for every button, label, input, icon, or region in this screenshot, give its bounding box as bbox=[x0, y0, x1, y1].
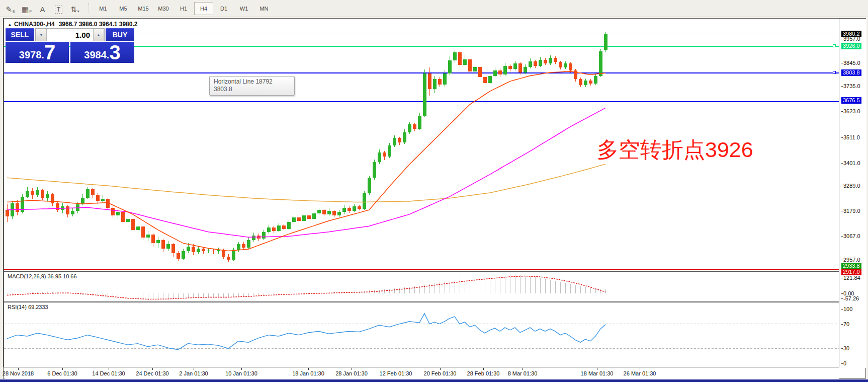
macd-signal-line bbox=[7, 276, 605, 299]
object-tooltip: Horizontal Line 18792 3803.8 bbox=[209, 76, 295, 96]
tooltip-line1: Horizontal Line 18792 bbox=[214, 78, 290, 86]
toolbar: ✎E▦FAT⇅▾ M1M5M15M30H1H4D1W1MN bbox=[0, 0, 868, 17]
tooltip-line2: 3803.8 bbox=[214, 86, 290, 93]
up-arrow-icon: ▲ bbox=[97, 33, 101, 37]
price-tick-3623.0: 3623.0 bbox=[843, 108, 860, 115]
draw-indicator-tool-icon[interactable]: ✎E bbox=[3, 2, 18, 15]
macd-pane[interactable] bbox=[4, 271, 839, 302]
price-tick-121.84: 121.84 bbox=[843, 275, 860, 281]
time-label: 2 Jan 01:30 bbox=[179, 370, 208, 376]
time-label: 28 Nov 2018 bbox=[3, 370, 34, 376]
buy-button[interactable]: BUY bbox=[106, 28, 134, 41]
time-tick bbox=[483, 368, 484, 370]
chart-window: ▲CHINA300-,H43966.7 3986.0 3964.1 3980.2… bbox=[3, 18, 866, 378]
sell-button[interactable]: SELL bbox=[6, 28, 34, 41]
macd-chart[interactable] bbox=[4, 272, 839, 301]
price-tick-0: 0 bbox=[843, 360, 846, 367]
time-tick bbox=[396, 368, 396, 370]
time-label: 24 Dec 01:30 bbox=[136, 370, 168, 376]
price-tick-3735.0: 3735.0 bbox=[843, 83, 860, 90]
time-label: 20 Feb 01:30 bbox=[424, 370, 457, 376]
collapse-triangle-icon[interactable]: ▲ bbox=[8, 22, 12, 27]
price-tick-30: 30 bbox=[843, 345, 849, 352]
timeframe-button-mn[interactable]: MN bbox=[254, 2, 274, 15]
moving-averages-layer bbox=[7, 71, 605, 251]
time-tick bbox=[640, 368, 640, 370]
price-tick--57.26: -57.26 bbox=[843, 295, 859, 302]
text-label-tool-icon[interactable]: A bbox=[35, 2, 50, 15]
candles-layer bbox=[6, 32, 607, 261]
rsi-label: RSI(14) 69.2333 bbox=[8, 304, 48, 310]
time-label: 28 Feb 01:30 bbox=[467, 370, 500, 376]
time-tick bbox=[308, 368, 309, 370]
volume-increase-button[interactable]: ▲ bbox=[93, 29, 104, 41]
price-tick-3511.0: 3511.0 bbox=[843, 134, 860, 141]
toolbar-separator bbox=[89, 3, 90, 14]
time-tick bbox=[440, 368, 441, 370]
sell-price-int: 3978. bbox=[19, 49, 44, 63]
time-tick bbox=[18, 368, 19, 370]
price-tick-3676.5: 3676.5 bbox=[841, 97, 861, 104]
time-label: 14 Dec 01:30 bbox=[92, 370, 125, 376]
time-tick bbox=[352, 368, 352, 370]
macd-histogram-layer bbox=[8, 275, 606, 300]
down-arrow-icon: ▼ bbox=[39, 33, 43, 37]
sell-price-display[interactable]: 3978.7 bbox=[6, 42, 69, 63]
sell-price-frac: 7 bbox=[44, 42, 55, 63]
price-tick-70: 70 bbox=[843, 321, 849, 328]
rsi-line bbox=[7, 314, 605, 350]
buy-price-int: 3984. bbox=[84, 49, 109, 63]
price-tick-3067.0: 3067.0 bbox=[843, 233, 860, 240]
time-axis[interactable]: 28 Nov 20186 Dec 01:3014 Dec 01:3024 Dec… bbox=[5, 368, 839, 379]
text-box-tool-icon[interactable]: T bbox=[51, 2, 66, 15]
price-tick-3926.0: 3926.0 bbox=[841, 43, 861, 49]
symbol-period-label: CHINA300-,H4 bbox=[14, 21, 55, 28]
volume-decrease-button[interactable]: ▼ bbox=[36, 29, 47, 41]
timeframe-button-m5[interactable]: M5 bbox=[114, 2, 133, 15]
time-tick bbox=[597, 368, 597, 370]
price-tick-100: 100 bbox=[843, 306, 852, 313]
time-tick bbox=[194, 368, 194, 370]
timeframe-button-d1[interactable]: D1 bbox=[214, 2, 233, 15]
timeframe-button-m15[interactable]: M15 bbox=[134, 2, 153, 15]
price-tick-3289.0: 3289.0 bbox=[843, 183, 860, 189]
one-click-trade-panel: SELL ▼ 1.00 ▲ BUY 3978.7 3984.3 bbox=[6, 28, 134, 63]
volume-spinner: ▼ 1.00 ▲ bbox=[35, 28, 105, 41]
time-tick bbox=[523, 368, 523, 370]
time-label: 8 Mar 01:30 bbox=[508, 370, 538, 376]
time-label: 18 Jan 01:30 bbox=[292, 370, 324, 376]
timeframe-button-h4[interactable]: H4 bbox=[194, 2, 213, 15]
arrange-objects-tool-icon[interactable]: ⇅▾ bbox=[67, 2, 82, 15]
chart-annotation-text: 多空转折点3926 bbox=[597, 135, 753, 165]
buy-price-frac: 3 bbox=[109, 42, 120, 63]
drawing-tool-group: ✎E▦FAT⇅▾ bbox=[3, 2, 83, 15]
grid-tool-icon[interactable]: ▦F bbox=[19, 2, 34, 15]
chart-title: ▲CHINA300-,H43966.7 3986.0 3964.1 3980.2 bbox=[8, 21, 137, 28]
window-bottom-edge bbox=[0, 379, 868, 382]
timeframe-button-group: M1M5M15M30H1H4D1W1MN bbox=[94, 2, 275, 15]
price-tick-3803.8: 3803.8 bbox=[841, 69, 861, 76]
rsi-chart[interactable] bbox=[4, 302, 839, 367]
rsi-pane[interactable] bbox=[4, 302, 839, 367]
time-label: 6 Dec 01:30 bbox=[47, 370, 77, 376]
price-tick-3179.0: 3179.0 bbox=[843, 208, 860, 214]
time-label: 10 Jan 01:30 bbox=[225, 370, 257, 376]
timeframe-button-m1[interactable]: M1 bbox=[94, 2, 113, 15]
price-tick-3845.0: 3845.0 bbox=[843, 60, 860, 66]
time-tick bbox=[109, 368, 109, 370]
time-label: 28 Jan 01:30 bbox=[335, 370, 368, 376]
price-tick-3401.0: 3401.0 bbox=[843, 160, 860, 167]
ohlc-values: 3966.7 3986.0 3964.1 3980.2 bbox=[59, 21, 138, 28]
timeframe-button-w1[interactable]: W1 bbox=[234, 2, 253, 15]
volume-input[interactable]: 1.00 bbox=[47, 29, 93, 41]
price-axis[interactable]: 3980.23957.03926.03845.03803.83735.03676… bbox=[840, 19, 866, 368]
time-label: 18 Mar 01:30 bbox=[581, 370, 614, 376]
macd-label: MACD(12,26,9) 36.95 10.66 bbox=[8, 273, 77, 279]
time-tick bbox=[152, 368, 153, 370]
timeframe-button-m30[interactable]: M30 bbox=[154, 2, 173, 15]
time-tick bbox=[62, 368, 63, 370]
time-label: 12 Feb 01:30 bbox=[380, 370, 412, 376]
buy-price-display[interactable]: 3984.3 bbox=[70, 42, 134, 63]
price-tick-3957.0: 3957.0 bbox=[843, 36, 860, 42]
timeframe-button-h1[interactable]: H1 bbox=[174, 2, 193, 15]
